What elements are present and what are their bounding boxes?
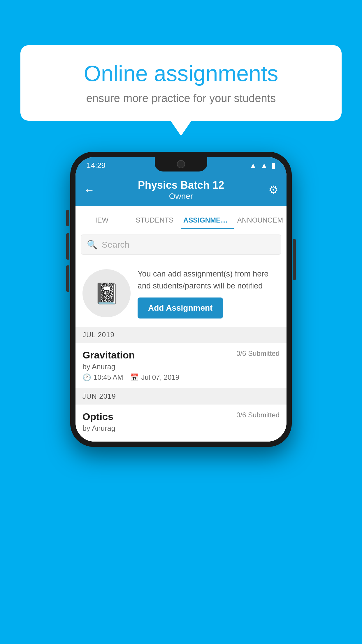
assignment-top-row: Gravitation 0/6 Submitted — [82, 349, 280, 361]
assignment-item-optics[interactable]: Optics 0/6 Submitted by Anurag — [75, 405, 287, 442]
bubble-title: Online assignments — [38, 61, 324, 86]
signal-icon: ▲ — [260, 161, 268, 170]
batch-subtitle: Owner — [138, 192, 224, 201]
calendar-icon: 📅 — [130, 373, 139, 382]
settings-icon[interactable]: ⚙ — [268, 183, 278, 196]
assignment-optics-name: Optics — [82, 411, 113, 422]
promo-text: You can add assignment(s) from here and … — [138, 268, 280, 292]
assignment-by: by Anurag — [82, 363, 280, 371]
phone-outer-shell: 14:29 ▲ ▲ ▮ ← Physics Batch 12 Owner ⚙ I… — [70, 152, 292, 447]
app-top-bar: ← Physics Batch 12 Owner ⚙ — [75, 174, 287, 206]
wifi-icon: ▲ — [249, 161, 257, 170]
speech-bubble: Online assignments ensure more practice … — [20, 45, 342, 121]
assignment-optics-top-row: Optics 0/6 Submitted — [82, 411, 280, 422]
phone-device: 14:29 ▲ ▲ ▮ ← Physics Batch 12 Owner ⚙ I… — [70, 152, 292, 447]
section-header-jun: JUN 2019 — [75, 388, 287, 405]
tabs-bar: IEW STUDENTS ASSIGNMENTS ANNOUNCEM — [75, 206, 287, 229]
phone-side-button-right — [293, 239, 296, 280]
assignment-date: 📅 Jul 07, 2019 — [130, 373, 179, 382]
phone-notch — [155, 157, 207, 172]
assignment-date-value: Jul 07, 2019 — [141, 373, 179, 382]
status-time: 14:29 — [87, 161, 106, 170]
tab-announcements[interactable]: ANNOUNCEM — [234, 216, 287, 229]
assignment-time-value: 10:45 AM — [94, 373, 123, 382]
tab-students[interactable]: STUDENTS — [128, 216, 181, 229]
phone-side-button-2 — [66, 233, 69, 260]
assignment-optics-by: by Anurag — [82, 424, 280, 433]
clock-icon: 🕐 — [82, 373, 91, 382]
battery-icon: ▮ — [271, 161, 275, 170]
promo-content: You can add assignment(s) from here and … — [138, 268, 280, 318]
phone-screen: 14:29 ▲ ▲ ▮ ← Physics Batch 12 Owner ⚙ I… — [75, 157, 287, 442]
assignment-item-gravitation[interactable]: Gravitation 0/6 Submitted by Anurag 🕐 10… — [75, 343, 287, 388]
tab-iew[interactable]: IEW — [75, 216, 128, 229]
camera-dot — [177, 160, 185, 168]
phone-side-button-3 — [66, 265, 69, 292]
notebook-icon: 📓 — [94, 281, 119, 305]
section-header-jul: JUL 2019 — [75, 327, 287, 343]
status-icons: ▲ ▲ ▮ — [249, 161, 275, 170]
batch-title: Physics Batch 12 — [138, 179, 224, 191]
assignment-meta: 🕐 10:45 AM 📅 Jul 07, 2019 — [82, 373, 280, 382]
assignment-time: 🕐 10:45 AM — [82, 373, 123, 382]
back-button[interactable]: ← — [84, 184, 95, 196]
bubble-subtitle: ensure more practice for your students — [38, 92, 324, 105]
search-icon: 🔍 — [87, 239, 98, 250]
add-assignment-button[interactable]: Add Assignment — [138, 298, 223, 318]
assignment-optics-submitted: 0/6 Submitted — [236, 411, 280, 419]
promo-section: 📓 You can add assignment(s) from here an… — [75, 260, 287, 327]
tab-assignments[interactable]: ASSIGNMENTS — [181, 216, 234, 229]
top-bar-title-area: Physics Batch 12 Owner — [138, 179, 224, 201]
phone-side-button-1 — [66, 210, 69, 226]
assignment-name: Gravitation — [82, 349, 135, 361]
search-bar[interactable]: 🔍 Search — [81, 235, 281, 255]
speech-bubble-area: Online assignments ensure more practice … — [20, 45, 342, 121]
search-container: 🔍 Search — [75, 229, 287, 260]
search-input[interactable]: Search — [102, 240, 129, 250]
promo-icon-circle: 📓 — [82, 269, 131, 317]
assignment-submitted: 0/6 Submitted — [236, 349, 280, 358]
